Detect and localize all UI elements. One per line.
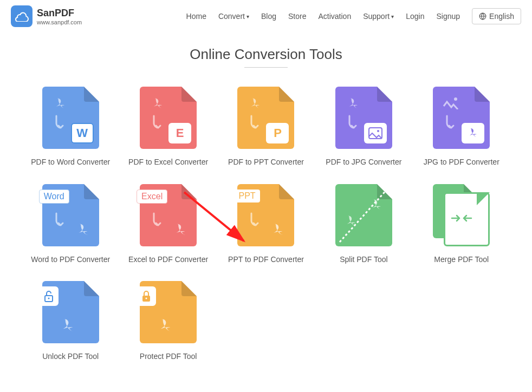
adobe-icon	[247, 96, 262, 112]
arrow-icon	[54, 115, 67, 131]
tool-split-pdf[interactable]: Split PDF Tool	[320, 184, 407, 265]
adobe-icon	[75, 222, 91, 238]
chevron-down-icon: ▾	[246, 14, 249, 19]
arrow-icon	[347, 115, 360, 131]
tools-grid: W PDF to Word Converter E PDF to Excel C…	[0, 87, 532, 362]
logo-title: SanPDF	[37, 8, 82, 19]
logo-area[interactable]: SanPDF www.sanpdf.com	[11, 5, 82, 27]
title-underline	[244, 67, 288, 68]
adobe-icon	[156, 317, 174, 335]
image-badge	[364, 123, 387, 143]
adobe-icon	[270, 222, 286, 238]
adobe-icon	[345, 96, 360, 112]
tool-label: Protect PDF Tool	[140, 351, 197, 362]
chevron-down-icon: ▾	[391, 14, 394, 19]
adobe-icon	[172, 222, 189, 238]
tool-label: Word to PDF Converter	[31, 254, 110, 265]
excel-badge: E	[168, 123, 191, 143]
nav-convert[interactable]: Convert▾	[218, 12, 249, 21]
arrow-icon	[249, 115, 262, 131]
svg-point-3	[454, 97, 457, 101]
tool-label: PDF to Word Converter	[31, 157, 110, 168]
tool-pdf-to-ppt[interactable]: P PDF to PPT Converter	[223, 87, 309, 168]
tool-unlock-pdf[interactable]: Unlock PDF Tool	[27, 281, 114, 362]
logo-text: SanPDF www.sanpdf.com	[37, 8, 82, 25]
nav-blog[interactable]: Blog	[261, 12, 276, 21]
tool-pdf-to-word[interactable]: W PDF to Word Converter	[27, 87, 114, 168]
tool-ppt-to-pdf[interactable]: PPT PPT to PDF Converter	[223, 184, 309, 265]
unlock-icon	[39, 286, 59, 306]
word-badge: Word	[39, 190, 69, 204]
logo-icon	[11, 5, 33, 27]
nav-store[interactable]: Store	[288, 12, 306, 21]
adobe-icon	[369, 198, 384, 213]
nav-home[interactable]: Home	[186, 12, 206, 21]
tool-label: PDF to JPG Converter	[326, 157, 401, 168]
tool-label: Unlock PDF Tool	[42, 351, 99, 362]
tool-label: JPG to PDF Converter	[424, 157, 499, 168]
lock-icon	[137, 286, 156, 306]
arrow-icon	[54, 212, 67, 228]
page-title: Online Conversion Tools	[0, 46, 532, 63]
arrow-icon	[249, 212, 262, 228]
logo-url: www.sanpdf.com	[37, 19, 82, 25]
tool-pdf-to-excel[interactable]: E PDF to Excel Converter	[125, 87, 211, 168]
header: SanPDF www.sanpdf.com Home Convert▾ Blog…	[0, 0, 532, 32]
tool-excel-to-pdf[interactable]: Excel Excel to PDF Converter	[125, 184, 211, 265]
image-icon	[443, 96, 460, 109]
adobe-icon	[59, 317, 77, 335]
adobe-icon	[150, 96, 165, 112]
nav-support[interactable]: Support▾	[363, 12, 394, 21]
word-badge: W	[71, 123, 94, 143]
tool-label: Merge PDF Tool	[434, 254, 489, 265]
tool-pdf-to-jpg[interactable]: PDF to JPG Converter	[320, 87, 407, 168]
tool-label: PDF to Excel Converter	[128, 157, 208, 168]
tool-label: Excel to PDF Converter	[128, 254, 208, 265]
excel-badge: Excel	[137, 190, 167, 204]
svg-point-2	[377, 130, 379, 132]
nav-login[interactable]: Login	[406, 12, 424, 21]
svg-point-6	[48, 298, 49, 299]
tool-label: PPT to PDF Converter	[228, 254, 304, 265]
tool-label: PDF to PPT Converter	[228, 157, 304, 168]
tool-label: Split PDF Tool	[340, 254, 387, 265]
arrow-icon	[152, 115, 165, 131]
nav-activation[interactable]: Activation	[318, 12, 351, 21]
adobe-icon	[52, 96, 67, 112]
tool-jpg-to-pdf[interactable]: JPG to PDF Converter	[418, 87, 505, 168]
nav-signup[interactable]: Signup	[436, 12, 460, 21]
ppt-badge: P	[266, 123, 289, 143]
ppt-badge: PPT	[234, 190, 259, 202]
tool-merge-pdf[interactable]: Merge PDF Tool	[418, 184, 505, 265]
arrow-icon	[152, 212, 165, 228]
arrow-icon	[445, 115, 458, 131]
main-nav: Home Convert▾ Blog Store Activation Supp…	[186, 8, 521, 24]
adobe-badge	[462, 123, 484, 143]
tool-protect-pdf[interactable]: Protect PDF Tool	[125, 281, 211, 362]
merge-arrows-icon	[451, 213, 472, 224]
language-button[interactable]: English	[472, 8, 521, 24]
adobe-icon	[343, 214, 359, 229]
tool-word-to-pdf[interactable]: Word Word to PDF Converter	[27, 184, 114, 265]
svg-point-8	[146, 298, 147, 299]
globe-icon	[479, 12, 486, 20]
